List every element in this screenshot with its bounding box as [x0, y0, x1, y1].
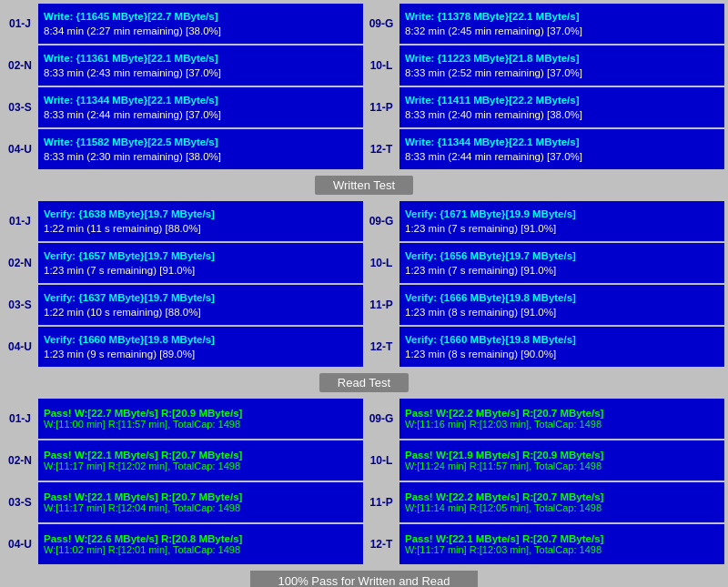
- cell-09g-verify-line1: Verify: {1671 MByte}[19.9 MByte/s]: [405, 207, 719, 221]
- write-row-4: 04-U Write: {11582 MByte}[22.5 MByte/s] …: [4, 129, 724, 169]
- cell-01j-verify-line1: Verify: {1638 MByte}[19.7 MByte/s]: [44, 207, 358, 221]
- cell-03s-verify-line1: Verify: {1637 MByte}[19.7 MByte/s]: [44, 290, 358, 305]
- cell-02n-pass: Pass! W:[22.1 MByte/s] R:[20.7 MByte/s] …: [38, 440, 363, 481]
- verify-row-4: 04-U Verify: {1660 MByte}[19.8 MByte/s] …: [4, 327, 724, 367]
- write-row-2: 02-N Write: {11361 MByte}[22.1 MByte/s] …: [4, 46, 724, 86]
- cell-04u-verify-line1: Verify: {1660 MByte}[19.8 MByte/s]: [44, 332, 358, 347]
- cell-01j-write: Write: {11645 MByte}[22.7 MByte/s] 8:34 …: [38, 4, 363, 44]
- cell-11p-pass: Pass! W:[22.2 MByte/s] R:[20.7 MByte/s] …: [399, 482, 724, 522]
- id-10l-write: 10-L: [365, 46, 398, 86]
- cell-12t-write-line1: Write: {11344 MByte}[22.1 MByte/s]: [405, 135, 719, 149]
- id-01j-pass: 01-J: [4, 399, 36, 439]
- cell-12t-pass-line1: Pass! W:[22.1 MByte/s] R:[20.7 MByte/s]: [405, 533, 719, 544]
- cell-03s-write: Write: {11344 MByte}[22.1 MByte/s] 8:33 …: [38, 87, 363, 127]
- id-11p-verify: 11-P: [365, 285, 398, 325]
- cell-09g-write-line2: 8:32 min (2:45 min remaining) [37.0%]: [405, 24, 719, 38]
- id-11p-pass: 11-P: [365, 482, 398, 522]
- cell-12t-verify-line2: 1:23 min (8 s remaining) [90.0%]: [405, 347, 719, 361]
- cell-11p-write-line2: 8:33 min (2:40 min remaining) [38.0%]: [405, 107, 719, 122]
- cell-04u-pass-line2: W:[11:02 min] R:[12:01 min], TotalCap: 1…: [44, 544, 358, 555]
- id-04u-verify: 04-U: [4, 327, 36, 367]
- cell-09g-verify: Verify: {1671 MByte}[19.9 MByte/s] 1:23 …: [399, 201, 724, 241]
- cell-09g-pass-line1: Pass! W:[22.2 MByte/s] R:[20.7 MByte/s]: [405, 408, 719, 419]
- id-02n-write: 02-N: [4, 46, 36, 86]
- cell-02n-pass-line2: W:[11:17 min] R:[12:02 min], TotalCap: 1…: [44, 460, 358, 471]
- cell-02n-verify-line1: Verify: {1657 MByte}[19.7 MByte/s]: [44, 248, 358, 263]
- id-02n-verify: 02-N: [4, 243, 36, 283]
- cell-04u-verify: Verify: {1660 MByte}[19.8 MByte/s] 1:23 …: [38, 327, 363, 367]
- verify-row-1: 01-J Verify: {1638 MByte}[19.7 MByte/s] …: [4, 201, 724, 241]
- id-10l-verify: 10-L: [365, 243, 398, 283]
- cell-02n-write: Write: {11361 MByte}[22.1 MByte/s] 8:33 …: [38, 46, 363, 86]
- id-09g-pass: 09-G: [365, 399, 398, 439]
- cell-04u-write-line2: 8:33 min (2:30 min remaining) [38.0%]: [44, 149, 358, 164]
- id-03s-verify: 03-S: [4, 285, 36, 325]
- cell-03s-pass-line2: W:[11:17 min] R:[12:04 min], TotalCap: 1…: [44, 502, 358, 513]
- cell-03s-write-line2: 8:33 min (2:44 min remaining) [37.0%]: [44, 107, 358, 122]
- cell-01j-write-line1: Write: {11645 MByte}[22.7 MByte/s]: [44, 9, 358, 24]
- cell-03s-write-line1: Write: {11344 MByte}[22.1 MByte/s]: [44, 93, 358, 107]
- written-test-label: Written Test: [315, 176, 413, 195]
- cell-09g-write: Write: {11378 MByte}[22.1 MByte/s] 8:32 …: [399, 4, 724, 44]
- cell-04u-pass: Pass! W:[22.6 MByte/s] R:[20.8 MByte/s] …: [38, 524, 363, 564]
- cell-03s-pass: Pass! W:[22.1 MByte/s] R:[20.7 MByte/s] …: [38, 482, 363, 522]
- cell-01j-verify-line2: 1:22 min (11 s remaining) [88.0%]: [44, 221, 358, 236]
- cell-10l-pass-line2: W:[11:24 min] R:[11:57 min], TotalCap: 1…: [405, 460, 719, 471]
- cell-10l-write-line2: 8:33 min (2:52 min remaining) [37.0%]: [405, 66, 719, 80]
- cell-10l-verify-line2: 1:23 min (7 s remaining) [91.0%]: [405, 263, 719, 278]
- pass-row-2: 02-N Pass! W:[22.1 MByte/s] R:[20.7 MByt…: [4, 440, 724, 481]
- id-11p-write: 11-P: [365, 87, 398, 127]
- cell-12t-pass-line2: W:[11:17 min] R:[12:03 min], TotalCap: 1…: [405, 544, 719, 555]
- id-09g-verify: 09-G: [365, 201, 398, 241]
- id-01j-write: 01-J: [4, 4, 36, 44]
- cell-03s-verify-line2: 1:22 min (10 s remaining) [88.0%]: [44, 305, 358, 319]
- cell-11p-write-line1: Write: {11411 MByte}[22.2 MByte/s]: [405, 93, 719, 107]
- cell-03s-verify: Verify: {1637 MByte}[19.7 MByte/s] 1:22 …: [38, 285, 363, 325]
- cell-09g-pass: Pass! W:[22.2 MByte/s] R:[20.7 MByte/s] …: [399, 399, 724, 439]
- id-02n-pass: 02-N: [4, 440, 36, 481]
- cell-11p-write: Write: {11411 MByte}[22.2 MByte/s] 8:33 …: [399, 87, 724, 127]
- read-test-label: Read Test: [319, 373, 409, 392]
- cell-12t-verify-line1: Verify: {1660 MByte}[19.8 MByte/s]: [405, 332, 719, 347]
- cell-02n-write-line2: 8:33 min (2:43 min remaining) [37.0%]: [44, 66, 358, 80]
- cell-10l-verify-line1: Verify: {1656 MByte}[19.7 MByte/s]: [405, 248, 719, 263]
- cell-12t-write: Write: {11344 MByte}[22.1 MByte/s] 8:33 …: [399, 129, 724, 169]
- id-04u-write: 04-U: [4, 129, 36, 169]
- cell-04u-verify-line2: 1:23 min (9 s remaining) [89.0%]: [44, 347, 358, 361]
- id-12t-verify: 12-T: [365, 327, 398, 367]
- cell-12t-verify: Verify: {1660 MByte}[19.8 MByte/s] 1:23 …: [399, 327, 724, 367]
- pass-row-3: 03-S Pass! W:[22.1 MByte/s] R:[20.7 MByt…: [4, 482, 724, 522]
- verify-row-3: 03-S Verify: {1637 MByte}[19.7 MByte/s] …: [4, 285, 724, 325]
- cell-10l-pass-line1: Pass! W:[21.9 MByte/s] R:[20.9 MByte/s]: [405, 450, 719, 460]
- cell-10l-pass: Pass! W:[21.9 MByte/s] R:[20.9 MByte/s] …: [399, 440, 724, 481]
- id-04u-pass: 04-U: [4, 524, 36, 564]
- pass-section: 01-J Pass! W:[22.7 MByte/s] R:[20.9 MByt…: [4, 399, 724, 564]
- cell-02n-write-line1: Write: {11361 MByte}[22.1 MByte/s]: [44, 51, 358, 66]
- main-container: 01-J Write: {11645 MByte}[22.7 MByte/s] …: [0, 0, 728, 587]
- id-09g-write: 09-G: [365, 4, 398, 44]
- written-test-divider: Written Test: [4, 172, 724, 198]
- read-test-divider: Read Test: [4, 369, 724, 396]
- footer-bar: 100% Pass for Written and Read: [4, 566, 724, 587]
- cell-12t-write-line2: 8:33 min (2:44 min remaining) [37.0%]: [405, 149, 719, 164]
- cell-11p-verify-line2: 1:23 min (8 s remaining) [91.0%]: [405, 305, 719, 319]
- pass-row-1: 01-J Pass! W:[22.7 MByte/s] R:[20.9 MByt…: [4, 399, 724, 439]
- write-row-3: 03-S Write: {11344 MByte}[22.1 MByte/s] …: [4, 87, 724, 127]
- cell-11p-pass-line1: Pass! W:[22.2 MByte/s] R:[20.7 MByte/s]: [405, 491, 719, 502]
- cell-04u-pass-line1: Pass! W:[22.6 MByte/s] R:[20.8 MByte/s]: [44, 533, 358, 544]
- cell-10l-write: Write: {11223 MByte}[21.8 MByte/s] 8:33 …: [399, 46, 724, 86]
- write-row-1: 01-J Write: {11645 MByte}[22.7 MByte/s] …: [4, 4, 724, 44]
- cell-09g-verify-line2: 1:23 min (7 s remaining) [91.0%]: [405, 221, 719, 236]
- cell-01j-pass-line1: Pass! W:[22.7 MByte/s] R:[20.9 MByte/s]: [44, 408, 358, 419]
- cell-01j-verify: Verify: {1638 MByte}[19.7 MByte/s] 1:22 …: [38, 201, 363, 241]
- pass-row-4: 04-U Pass! W:[22.6 MByte/s] R:[20.8 MByt…: [4, 524, 724, 564]
- cell-02n-pass-line1: Pass! W:[22.1 MByte/s] R:[20.7 MByte/s]: [44, 450, 358, 460]
- footer-label: 100% Pass for Written and Read: [250, 571, 477, 587]
- cell-12t-pass: Pass! W:[22.1 MByte/s] R:[20.7 MByte/s] …: [399, 524, 724, 564]
- cell-01j-write-line2: 8:34 min (2:27 min remaining) [38.0%]: [44, 24, 358, 38]
- cell-11p-verify-line1: Verify: {1666 MByte}[19.8 MByte/s]: [405, 290, 719, 305]
- id-03s-pass: 03-S: [4, 482, 36, 522]
- cell-03s-pass-line1: Pass! W:[22.1 MByte/s] R:[20.7 MByte/s]: [44, 491, 358, 502]
- cell-11p-pass-line2: W:[11:14 min] R:[12:05 min], TotalCap: 1…: [405, 502, 719, 513]
- cell-04u-write-line1: Write: {11582 MByte}[22.5 MByte/s]: [44, 135, 358, 149]
